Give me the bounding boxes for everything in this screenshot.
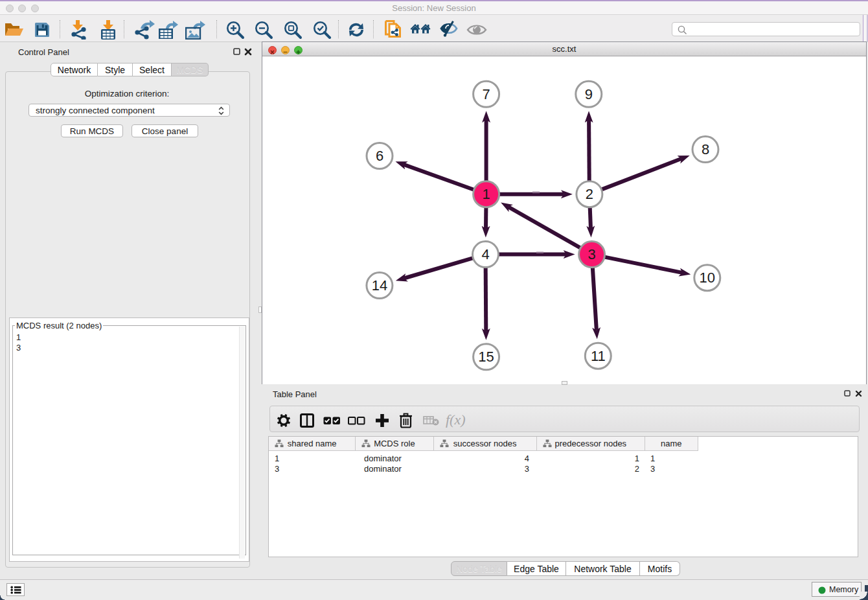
svg-text:15: 15 xyxy=(478,349,494,365)
svg-text:3: 3 xyxy=(588,246,595,262)
svg-text:8: 8 xyxy=(702,141,709,157)
svg-text:9: 9 xyxy=(585,86,593,102)
svg-text:1: 1 xyxy=(482,186,490,202)
svg-text:14: 14 xyxy=(372,277,387,294)
svg-text:4: 4 xyxy=(481,246,489,262)
svg-text:6: 6 xyxy=(376,148,383,164)
svg-text:2: 2 xyxy=(586,186,593,202)
svg-text:7: 7 xyxy=(482,86,490,102)
svg-text:11: 11 xyxy=(591,348,606,364)
svg-text:10: 10 xyxy=(700,270,715,286)
